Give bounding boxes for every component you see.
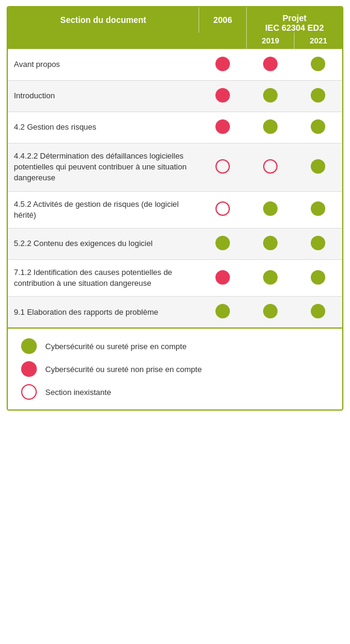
- dot-cell-dot_2021: [294, 228, 342, 259]
- dot-cell-dot_2019: [247, 49, 294, 81]
- legend-label: Cybersécurité ou sureté prise en compte: [45, 342, 186, 351]
- dot-green: [311, 57, 325, 71]
- table-row: Avant propos: [8, 49, 342, 81]
- legend-item: Cybersécurité ou sureté prise en compte: [15, 338, 335, 354]
- dot-green: [311, 236, 325, 250]
- dot-red: [215, 57, 230, 71]
- dot-cell-dot_2006: [199, 49, 247, 81]
- section-name-cell: Avant propos: [8, 49, 199, 81]
- dot-green: [263, 88, 278, 103]
- dot-cell-dot_2019: [247, 191, 294, 228]
- dot-green: [263, 304, 278, 318]
- dot-green: [311, 270, 325, 285]
- dot-red: [215, 88, 230, 103]
- comparison-table: Section du document 2006 Projet IEC 6230…: [8, 7, 342, 327]
- dot-green: [311, 88, 325, 103]
- section-name-cell: 5.2.2 Contenu des exigences du logiciel: [8, 228, 199, 259]
- section-name-cell: 4.5.2 Activités de gestion de risques (d…: [8, 191, 199, 228]
- section-name-cell: Introduction: [8, 81, 199, 112]
- table-row: 4.5.2 Activités de gestion de risques (d…: [8, 191, 342, 228]
- header-row-top: Section du document 2006 Projet IEC 6230…: [8, 7, 342, 33]
- legend-label: Section inexistante: [45, 388, 111, 397]
- dot-cell-dot_2006: [199, 297, 247, 328]
- dot-cell-dot_2019: [247, 112, 294, 144]
- section-header: Section du document: [8, 7, 199, 33]
- legend-dot-empty: [21, 384, 37, 400]
- dot-cell-dot_2019: [247, 228, 294, 259]
- dot-red: [215, 270, 230, 285]
- main-container: Section du document 2006 Projet IEC 6230…: [7, 6, 343, 411]
- table-row: 9.1 Elaboration des rapports de problème: [8, 297, 342, 328]
- legend-container: Cybersécurité ou sureté prise en compteC…: [15, 338, 335, 400]
- dot-green: [215, 304, 230, 318]
- legend-dot-red: [21, 361, 37, 377]
- table-row: 5.2.2 Contenu des exigences du logiciel: [8, 228, 342, 259]
- dot-green: [263, 236, 278, 250]
- year-2019-header: 2019: [247, 33, 294, 49]
- dot-green: [311, 304, 325, 318]
- dot-cell-dot_2006: [199, 112, 247, 144]
- section-name-cell: 9.1 Elaboration des rapports de problème: [8, 297, 199, 328]
- dot-green: [215, 236, 230, 250]
- dot-cell-dot_2019: [247, 297, 294, 328]
- header-sub-spacer-2006: [199, 33, 247, 49]
- table-body: Avant proposIntroduction4.2 Gestion des …: [8, 49, 342, 328]
- dot-cell-dot_2019: [247, 81, 294, 112]
- dot-cell-dot_2019: [247, 259, 294, 296]
- legend-dot-green: [21, 338, 37, 354]
- legend-item: Cybersécurité ou sureté non prise en com…: [15, 361, 335, 377]
- dot-cell-dot_2021: [294, 49, 342, 81]
- year-2006-header: 2006: [199, 7, 247, 33]
- dot-cell-dot_2006: [199, 259, 247, 296]
- header-row-sub: 2019 2021: [8, 33, 342, 49]
- projet-label: Projet: [282, 13, 307, 23]
- dot-green: [263, 270, 278, 285]
- table-row: 7.1.2 Identification des causes potentie…: [8, 259, 342, 296]
- legend-section: Cybersécurité ou sureté prise en compteC…: [8, 327, 342, 409]
- dot-red: [263, 57, 278, 71]
- dot-cell-dot_2021: [294, 259, 342, 296]
- dot-cell-dot_2006: [199, 228, 247, 259]
- header-sub-spacer-section: [8, 33, 199, 49]
- table-section: Section du document 2006 Projet IEC 6230…: [8, 7, 342, 327]
- section-name-cell: 4.2 Gestion des risques: [8, 112, 199, 144]
- dot-empty: [215, 159, 230, 174]
- dot-red: [215, 119, 230, 134]
- legend-label: Cybersécurité ou sureté non prise en com…: [45, 365, 202, 374]
- dot-cell-dot_2019: [247, 144, 294, 192]
- legend-item: Section inexistante: [15, 384, 335, 400]
- dot-cell-dot_2006: [199, 81, 247, 112]
- table-row: 4.2 Gestion des risques: [8, 112, 342, 144]
- dot-green: [311, 201, 325, 216]
- section-name-cell: 7.1.2 Identification des causes potentie…: [8, 259, 199, 296]
- dot-cell-dot_2006: [199, 191, 247, 228]
- dot-cell-dot_2021: [294, 81, 342, 112]
- dot-green: [311, 119, 325, 134]
- dot-green: [263, 119, 278, 134]
- dot-cell-dot_2021: [294, 297, 342, 328]
- table-row: Introduction: [8, 81, 342, 112]
- dot-green: [311, 159, 325, 174]
- dot-empty: [263, 159, 278, 174]
- year-2021-header: 2021: [294, 33, 342, 49]
- dot-cell-dot_2006: [199, 144, 247, 192]
- table-row: 4.4.2.2 Détermination des défaillances l…: [8, 144, 342, 192]
- dot-cell-dot_2021: [294, 144, 342, 192]
- projet-sub: IEC 62304 ED2: [265, 23, 323, 33]
- projet-header: Projet IEC 62304 ED2: [247, 7, 342, 33]
- dot-cell-dot_2021: [294, 112, 342, 144]
- dot-empty: [215, 201, 230, 216]
- section-name-cell: 4.4.2.2 Détermination des défaillances l…: [8, 144, 199, 192]
- dot-green: [263, 201, 278, 216]
- dot-cell-dot_2021: [294, 191, 342, 228]
